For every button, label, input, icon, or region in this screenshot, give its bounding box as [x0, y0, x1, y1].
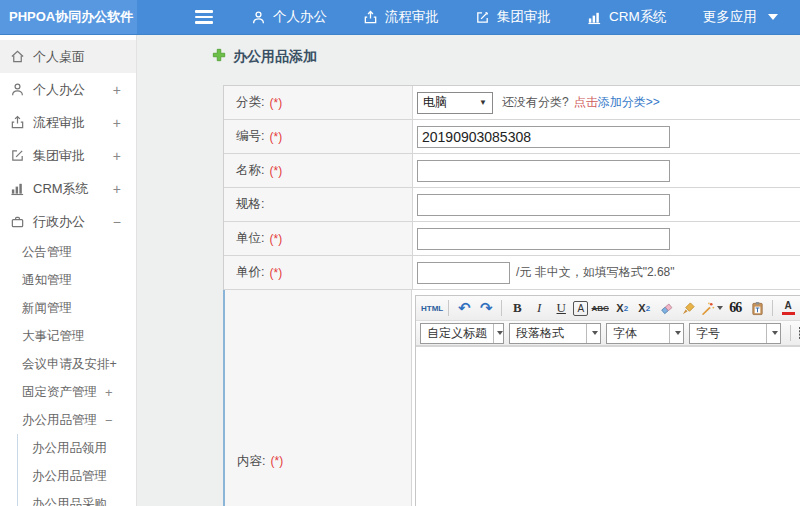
caret-down-icon — [768, 14, 778, 20]
expand-icon[interactable]: + — [113, 181, 121, 197]
sidebar-item-crm[interactable]: CRM系统 + — [0, 172, 136, 205]
required-mark: (*) — [269, 130, 282, 144]
expand-icon[interactable]: + — [113, 115, 121, 131]
sidebar-item-office-supplies-mgmt[interactable]: 办公用品管理 − — [0, 406, 136, 434]
hamburger-menu-icon[interactable] — [195, 10, 213, 24]
price-input[interactable] — [417, 262, 510, 284]
topbar-nav: 个人办公 流程审批 集团审批 — [251, 8, 778, 26]
code-label: 编号: — [236, 128, 264, 145]
paste-icon[interactable] — [747, 298, 767, 318]
blockquote-button[interactable]: 66 — [725, 298, 745, 318]
sidebar-item-group-approval[interactable]: 集团审批 + — [0, 139, 136, 172]
expand-icon[interactable]: + — [113, 82, 121, 98]
nav-group-approval[interactable]: 集团审批 — [475, 8, 551, 26]
app-window: PHPOA协同办公软件 个人办公 流程审批 — [0, 0, 800, 506]
form-row-name: 名称: (*) — [224, 154, 800, 188]
nav-label: 流程审批 — [385, 8, 439, 26]
share-icon — [10, 115, 25, 130]
category-select[interactable]: 电脑 ▼ — [417, 92, 493, 114]
price-format-hint: /元 非中文，如填写格式"2.68" — [516, 264, 675, 281]
sidebar-item-supplies-purchase[interactable]: 办公用品采购 — [18, 490, 136, 506]
sidebar-item-supplies-claim[interactable]: 办公用品领用 — [18, 434, 136, 462]
sidebar-item-desktop[interactable]: 个人桌面 — [0, 40, 136, 73]
caret-down-icon — [669, 324, 683, 343]
expand-icon[interactable]: + — [105, 385, 113, 400]
price-label: 单价: — [236, 264, 264, 281]
collapse-icon[interactable]: − — [113, 214, 121, 230]
sidebar-item-notice-mgmt[interactable]: 通知管理 — [0, 266, 136, 294]
underline-button[interactable]: U — [551, 298, 571, 318]
collapse-icon[interactable]: − — [105, 413, 113, 428]
eraser-icon[interactable] — [656, 298, 676, 318]
code-input[interactable] — [417, 126, 670, 148]
no-category-hint: 还没有分类? — [502, 94, 569, 111]
category-label: 分类: — [236, 94, 264, 111]
paragraph-format-dropdown[interactable]: 段落格式 — [509, 323, 601, 344]
sidebar-subsubmenu: 办公用品领用 办公用品管理 办公用品采购 — [17, 434, 136, 506]
custom-title-dropdown[interactable]: 自定义标题 — [420, 323, 504, 344]
name-input[interactable] — [417, 160, 670, 182]
expand-icon[interactable]: + — [113, 148, 121, 164]
add-category-link[interactable]: 添加分类>> — [598, 94, 660, 111]
sidebar-submenu: 公告管理 通知管理 新闻管理 大事记管理 会议申请及安排+ 固定资产管理 + 办… — [0, 238, 136, 506]
sidebar-item-meeting-mgmt[interactable]: 会议申请及安排+ — [0, 350, 136, 378]
sidebar-item-announcement-mgmt[interactable]: 公告管理 — [0, 238, 136, 266]
italic-button[interactable]: I — [529, 298, 549, 318]
sidebar-item-workflow-approval[interactable]: 流程审批 + — [0, 106, 136, 139]
supplies-add-form: 分类: (*) 电脑 ▼ 还没有分类? 点击 添加分类>> — [223, 85, 800, 506]
font-color-button[interactable]: A — [778, 298, 798, 318]
nav-label: 集团审批 — [497, 8, 551, 26]
required-mark: (*) — [270, 454, 283, 468]
toolbar-separator — [772, 300, 773, 316]
sidebar-item-memorabilia-mgmt[interactable]: 大事记管理 — [0, 322, 136, 350]
sidebar-item-supplies-manage[interactable]: 办公用品管理 — [18, 462, 136, 490]
sidebar-item-fixed-assets-mgmt[interactable]: 固定资产管理 + — [0, 378, 136, 406]
char-border-button[interactable]: A — [573, 301, 588, 316]
form-row-unit: 单位: (*) — [224, 222, 800, 256]
page-title: 办公用品添加 — [212, 48, 800, 66]
sidebar-item-personal-office[interactable]: 个人办公 + — [0, 73, 136, 106]
sidebar-item-news-mgmt[interactable]: 新闻管理 — [0, 294, 136, 322]
required-mark: (*) — [269, 266, 282, 280]
caret-down-icon — [717, 306, 723, 310]
align-left-icon[interactable] — [796, 323, 800, 343]
undo-button[interactable]: ↶ — [454, 298, 474, 318]
source-code-button[interactable]: HTML — [421, 298, 443, 318]
topbar: PHPOA协同办公软件 个人办公 流程审批 — [0, 0, 800, 35]
nav-workflow-approval[interactable]: 流程审批 — [363, 8, 439, 26]
add-category-link-click[interactable]: 点击 — [574, 94, 598, 111]
briefcase-icon — [10, 214, 25, 229]
required-mark: (*) — [269, 164, 282, 178]
font-family-dropdown[interactable]: 字体 — [606, 323, 684, 344]
superscript-button[interactable]: X2 — [612, 298, 632, 318]
edit-icon — [10, 148, 25, 163]
unit-label: 单位: — [236, 230, 264, 247]
nav-personal-office[interactable]: 个人办公 — [251, 8, 327, 26]
nav-crm-system[interactable]: CRM系统 — [587, 8, 667, 26]
subscript-button[interactable]: X2 — [634, 298, 654, 318]
format-brush-icon[interactable] — [678, 298, 698, 318]
editor-content-area[interactable] — [416, 346, 800, 506]
nav-more-apps[interactable]: 更多应用 — [703, 8, 778, 26]
redo-button[interactable]: ↷ — [476, 298, 496, 318]
editor-toolbar-row1: HTML ↶ ↷ B I U A ABC — [416, 296, 800, 321]
toolbar-separator — [448, 300, 449, 316]
unit-input[interactable] — [417, 228, 670, 250]
select-caret-icon: ▼ — [479, 98, 487, 107]
bold-button[interactable]: B — [507, 298, 527, 318]
sidebar: 个人桌面 个人办公 + 流程审批 + — [0, 35, 137, 506]
form-row-category: 分类: (*) 电脑 ▼ 还没有分类? 点击 添加分类>> — [224, 86, 800, 120]
spec-input[interactable] — [417, 194, 670, 216]
strikethrough-button[interactable]: ABC — [590, 298, 610, 318]
toolbar-separator — [501, 300, 502, 316]
spec-label: 规格: — [236, 196, 264, 213]
required-mark: (*) — [269, 96, 282, 110]
form-row-spec: 规格: — [224, 188, 800, 222]
app-logo: PHPOA协同办公软件 — [0, 0, 137, 34]
autotypeset-wand-icon[interactable] — [700, 298, 723, 318]
sidebar-item-admin-office[interactable]: 行政办公 − — [0, 205, 136, 238]
font-size-dropdown[interactable]: 字号 — [689, 323, 781, 344]
required-mark: (*) — [269, 232, 282, 246]
editor-toolbar-row2: 自定义标题 段落格式 字体 — [416, 321, 800, 346]
form-row-code: 编号: (*) — [224, 120, 800, 154]
